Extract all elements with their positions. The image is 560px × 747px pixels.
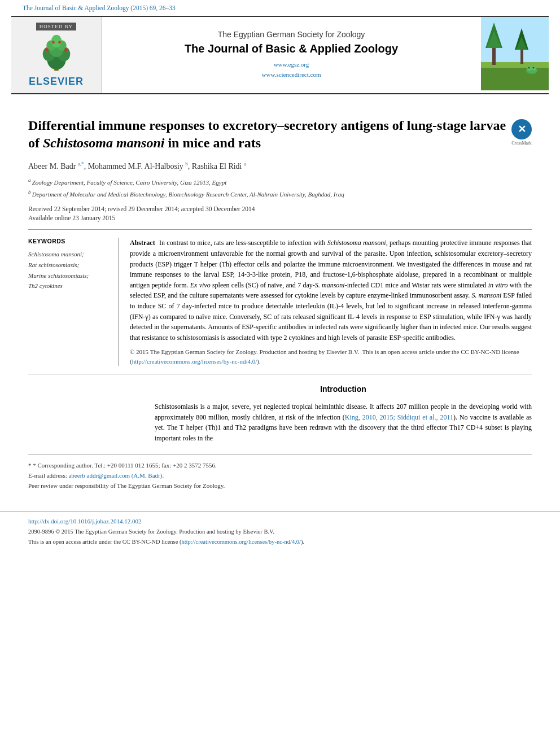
abstract-column: Abstract In contrast to mice, rats are l…: [130, 238, 532, 366]
introduction-text: Schistosomiasis is a major, severe, yet …: [155, 401, 532, 443]
author-super-a: a,*: [78, 161, 84, 167]
crossmark-icon: ✕: [511, 119, 532, 139]
svg-point-11: [58, 41, 61, 44]
introduction-title: Introduction: [155, 383, 532, 396]
ref-king-2010[interactable]: King, 2010, 2015; Siddiqui et al., 2011: [345, 413, 453, 421]
header-center: The Egyptian German Society for Zoology …: [102, 17, 481, 93]
elsevier-tree-icon: [34, 34, 79, 73]
author-super-b: b: [185, 161, 188, 167]
svg-point-9: [64, 48, 68, 51]
journal-reference[interactable]: The Journal of Basic & Applied Zoology (…: [23, 5, 176, 11]
keywords-list: Schistosoma mansoni; Rat schistosomiasis…: [28, 249, 109, 291]
svg-point-8: [45, 48, 49, 51]
elsevier-wordmark: ELSEVIER: [29, 76, 84, 88]
header-right-image: [481, 17, 549, 93]
corresponding-star: *: [28, 462, 33, 469]
title-section: ✕ CrossMark Differential immune response…: [28, 117, 532, 152]
keywords-abstract-section: KEYWORDS Schistosoma mansoni; Rat schist…: [28, 238, 532, 366]
peer-review-note: Peer review under responsibility of The …: [28, 481, 532, 491]
affil-super-a: a: [28, 177, 32, 183]
article-title: Differential immune responses to excreto…: [28, 117, 532, 152]
authors-line: Abeer M. Badr a,*, Mohammed M.F. Al-Halb…: [28, 161, 532, 171]
svg-point-10: [52, 41, 55, 44]
journal-title-header: The Journal of Basic & Applied Zoology: [185, 42, 398, 55]
affil-b: b Department of Molecular and Medical Bi…: [28, 189, 532, 199]
divider-2: [28, 374, 532, 374]
keywords-title: KEYWORDS: [28, 238, 109, 244]
introduction-section: Introduction Schistosomiasis is a major,…: [28, 383, 532, 443]
available-online: Available online 23 January 2015: [28, 215, 532, 221]
svg-rect-16: [492, 45, 496, 65]
corresponding-text: * Corresponding author. Tel.: +20 00111 …: [33, 462, 217, 469]
abstract-copyright: © 2015 The Egyptian German Society for Z…: [130, 347, 532, 366]
open-access-text: This is an open access article under the…: [28, 539, 304, 545]
corresponding-author: * * Corresponding author. Tel.: +20 0011…: [28, 461, 532, 471]
email-link[interactable]: abeerb addr@gmail.com (A.M. Badr).: [68, 472, 164, 479]
hosted-by-label: HOSTED BY: [36, 23, 76, 30]
journal-url2[interactable]: www.sciencedirect.com: [262, 71, 321, 78]
journal-header: HOSTED BY ELSEVIER Th: [11, 16, 549, 94]
kw-item-2: Rat schistosomiasis;: [28, 260, 109, 270]
title-italic: Schistosoma mansoni: [43, 136, 164, 150]
svg-rect-19: [520, 48, 523, 64]
affiliations: a Zoology Department, Faculty of Science…: [28, 177, 532, 199]
top-bar: The Journal of Basic & Applied Zoology (…: [0, 0, 560, 16]
nature-image: [481, 17, 549, 90]
oa-link-bottom[interactable]: http://creativecommons.org/licenses/by-n…: [181, 539, 301, 545]
author-super-a2: a: [244, 161, 246, 167]
affil-super-b: b: [28, 189, 32, 195]
affil-a-text: Zoology Department, Faculty of Science, …: [32, 179, 227, 186]
abstract-text: In contrast to mice, rats are less-susce…: [130, 239, 532, 341]
email-line: E-mail address: abeerb addr@gmail.com (A…: [28, 471, 532, 481]
introduction-column: Introduction Schistosomiasis is a major,…: [155, 383, 532, 443]
keywords-column: KEYWORDS Schistosoma mansoni; Rat schist…: [28, 238, 119, 366]
issn-text: 2090-9896: [28, 528, 54, 535]
abstract-paragraph: Abstract In contrast to mice, rats are l…: [130, 238, 532, 343]
elsevier-section: HOSTED BY ELSEVIER: [11, 17, 102, 93]
kw-item-1: Schistosoma mansoni;: [28, 249, 109, 260]
dates-line: Received 22 September 2014; revised 29 D…: [28, 206, 532, 212]
kw-item-3: Murine schistosomiasis;: [28, 270, 109, 281]
divider-1: [28, 229, 532, 230]
footnotes-column: [28, 383, 141, 443]
abstract-label: Abstract: [130, 239, 155, 247]
affil-b-text: Department of Molecular and Medical Biot…: [32, 191, 344, 198]
footnotes-section: * * Corresponding author. Tel.: +20 0011…: [28, 455, 532, 491]
cc-license-link[interactable]: http://creativecommons.org/licenses/by-n…: [132, 358, 257, 365]
doi-link[interactable]: http://dx.doi.org/10.1016/j.jobaz.2014.1…: [28, 518, 142, 525]
svg-point-25: [528, 67, 530, 69]
article-content: ✕ CrossMark Differential immune response…: [0, 94, 560, 502]
email-label: E-mail address:: [28, 472, 67, 479]
svg-rect-14: [481, 68, 549, 90]
journal-url1[interactable]: www.egsz.org: [274, 61, 309, 68]
affil-a: a Zoology Department, Faculty of Science…: [28, 177, 532, 187]
svg-point-26: [533, 67, 535, 69]
society-name: The Egyptian German Society for Zoology: [218, 30, 365, 39]
copyright-bottom: © 2015 The Egyptian German Society for Z…: [55, 528, 274, 535]
journal-urls: www.egsz.org www.sciencedirect.com: [262, 60, 321, 80]
bottom-bar: http://dx.doi.org/10.1016/j.jobaz.2014.1…: [0, 511, 560, 552]
kw-item-4: Th2 cytokines: [28, 281, 109, 291]
title-text-part2: in mice and rats: [164, 136, 261, 150]
crossmark-badge[interactable]: ✕ CrossMark: [511, 119, 532, 146]
elsevier-logo: ELSEVIER: [29, 34, 84, 88]
